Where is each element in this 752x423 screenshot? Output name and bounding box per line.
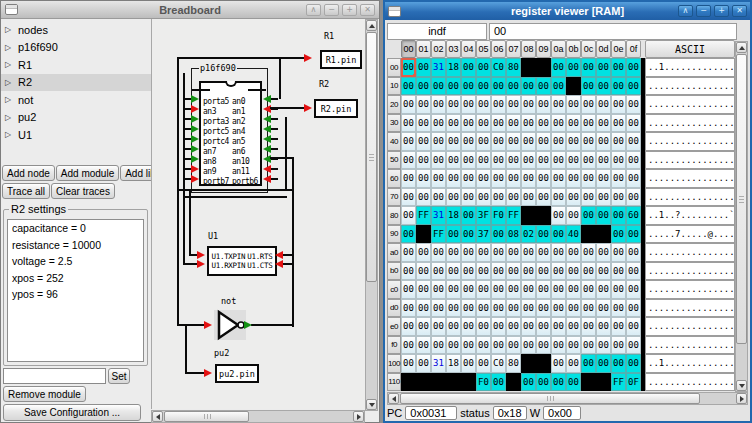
reg-cell-a0-08[interactable]: 00 — [521, 243, 536, 262]
reg-cell-30-0c[interactable]: 00 — [581, 114, 596, 133]
reg-cell-40-0e[interactable]: 00 — [611, 132, 626, 151]
reg-cell-f0-0c[interactable]: 00 — [581, 336, 596, 355]
reg-cell-c0-0e[interactable]: 00 — [611, 280, 626, 299]
chip-pin-label-an10[interactable]: an10 — [232, 157, 258, 166]
register-vscrollbar[interactable] — [735, 41, 748, 392]
add-module-button[interactable]: Add module — [56, 165, 119, 181]
reg-cell-e0-0f[interactable]: 00 — [626, 317, 641, 336]
reg-cell-80-04[interactable]: 00 — [461, 206, 476, 225]
reg-cell-50-0c[interactable]: 00 — [581, 151, 596, 170]
reg-cell-20-09[interactable]: 00 — [536, 95, 551, 114]
reg-cell-70-0a[interactable]: 00 — [551, 188, 566, 207]
reg-cell-30-02[interactable]: 00 — [431, 114, 446, 133]
pin-arrow-l[interactable] — [263, 115, 271, 123]
vscroll-thumb[interactable] — [736, 54, 747, 344]
reg-cell-80-05[interactable]: 3F — [476, 206, 491, 225]
pu2-pin-arrow[interactable] — [204, 369, 212, 377]
reg-cell-d0-0f[interactable]: 00 — [626, 299, 641, 318]
reg-cell-e0-01[interactable]: 00 — [416, 317, 431, 336]
trace-all-button[interactable]: Trace all — [2, 183, 50, 199]
reg-cell-e0-06[interactable]: 00 — [491, 317, 506, 336]
reg-cell-70-03[interactable]: 00 — [446, 188, 461, 207]
reg-cell-f0-05[interactable]: 00 — [476, 336, 491, 355]
reg-cell-40-06[interactable]: 00 — [491, 132, 506, 151]
scroll-down-button[interactable] — [366, 399, 377, 410]
reg-cell-10-07[interactable]: 00 — [506, 77, 521, 96]
reg-cell-100-01[interactable]: 00 — [416, 354, 431, 373]
reg-cell-70-0f[interactable]: 00 — [626, 188, 641, 207]
column-header-0b[interactable]: 0b — [566, 40, 581, 58]
reg-cell-110-08[interactable]: 00 — [521, 373, 536, 392]
reg-cell-80-0f[interactable]: 60 — [626, 206, 641, 225]
reg-cell-50-02[interactable]: 00 — [431, 151, 446, 170]
reg-cell-c0-0c[interactable]: 00 — [581, 280, 596, 299]
tree-item-not[interactable]: ▷not — [1, 91, 151, 109]
reg-cell-b0-0c[interactable]: 00 — [581, 262, 596, 281]
reg-cell-20-0c[interactable]: 00 — [581, 95, 596, 114]
pin-arrow-r[interactable] — [191, 175, 199, 183]
expander-icon[interactable]: ▷ — [5, 25, 12, 34]
hscroll-thumb[interactable] — [400, 393, 700, 404]
reg-cell-70-05[interactable]: 00 — [476, 188, 491, 207]
chip-pin-label-porta5[interactable]: porta5 — [203, 97, 229, 106]
reg-cell-60-04[interactable]: 00 — [461, 169, 476, 188]
reg-cell-e0-0d[interactable]: 00 — [596, 317, 611, 336]
r1-pin-arrow[interactable] — [304, 54, 312, 62]
reg-cell-10-05[interactable]: 00 — [476, 77, 491, 96]
reg-cell-70-0c[interactable]: 00 — [581, 188, 596, 207]
reg-cell-30-01[interactable]: 00 — [416, 114, 431, 133]
reg-cell-30-0d[interactable]: 00 — [596, 114, 611, 133]
status-value-field[interactable]: 0x18 — [493, 406, 527, 420]
expander-icon[interactable]: ▷ — [5, 113, 12, 122]
schematic-hscrollbar[interactable] — [151, 410, 365, 423]
reg-cell-50-04[interactable]: 00 — [461, 151, 476, 170]
w-value-field[interactable]: 0x00 — [543, 406, 581, 420]
column-header-0d[interactable]: 0d — [596, 40, 611, 58]
reg-cell-c0-07[interactable]: 00 — [506, 280, 521, 299]
chip-pin-label-an6[interactable]: an6 — [232, 147, 258, 156]
reg-cell-00-0c[interactable]: 00 — [581, 58, 596, 77]
reg-cell-70-0e[interactable]: 00 — [611, 188, 626, 207]
u1-usart-module[interactable]: U1.TXPIN U1.RTS U1.RXPIN U1.CTS — [207, 246, 277, 276]
reg-cell-30-0f[interactable]: 00 — [626, 114, 641, 133]
reg-cell-100-0d[interactable]: 00 — [596, 354, 611, 373]
reg-cell-00-0a[interactable]: 00 — [551, 58, 566, 77]
reg-cell-00-00[interactable]: 00 — [401, 58, 416, 77]
register-name-field[interactable]: indf — [387, 23, 487, 40]
reg-cell-a0-0c[interactable]: 00 — [581, 243, 596, 262]
reg-cell-c0-0a[interactable]: 00 — [551, 280, 566, 299]
reg-cell-c0-03[interactable]: 00 — [446, 280, 461, 299]
reg-cell-80-02[interactable]: 31 — [431, 206, 446, 225]
chip-pin-label-an11[interactable]: an11 — [232, 167, 258, 176]
reg-cell-a0-0e[interactable]: 00 — [611, 243, 626, 262]
tree-item-R1[interactable]: ▷R1 — [1, 56, 151, 74]
reg-cell-100-06[interactable]: C0 — [491, 354, 506, 373]
reg-cell-40-05[interactable]: 00 — [476, 132, 491, 151]
scroll-right-button[interactable] — [736, 393, 747, 404]
column-header-06[interactable]: 06 — [491, 40, 506, 58]
reg-cell-40-07[interactable]: 00 — [506, 132, 521, 151]
reg-cell-90-06[interactable]: 00 — [491, 225, 506, 244]
reg-cell-d0-03[interactable]: 00 — [446, 299, 461, 318]
tree-item-U1[interactable]: ▷U1 — [1, 126, 151, 144]
reg-cell-a0-0a[interactable]: 00 — [551, 243, 566, 262]
reg-cell-f0-01[interactable]: 00 — [416, 336, 431, 355]
reg-cell-110-0f[interactable]: 0F — [626, 373, 641, 392]
tree-item-p16f690[interactable]: ▷p16f690 — [1, 39, 151, 57]
reg-cell-60-00[interactable]: 00 — [401, 169, 416, 188]
reg-cell-00-0b[interactable]: 00 — [566, 58, 581, 77]
chip-pin-label-an4[interactable]: an4 — [232, 127, 258, 136]
reg-cell-10-01[interactable]: 00 — [416, 77, 431, 96]
reg-cell-00-0d[interactable]: 00 — [596, 58, 611, 77]
register-viewer-titlebar[interactable]: register viewer [RAM] ∧−+✕ — [385, 2, 750, 20]
reg-cell-80-0e[interactable]: 00 — [611, 206, 626, 225]
reg-cell-50-05[interactable]: 00 — [476, 151, 491, 170]
reg-cell-10-0e[interactable]: 00 — [611, 77, 626, 96]
scroll-up-button[interactable] — [736, 42, 747, 53]
reg-cell-40-04[interactable]: 00 — [461, 132, 476, 151]
column-header-05[interactable]: 05 — [476, 40, 491, 58]
breadboard-titlebar[interactable]: Breadboard ∧−+✕ — [1, 1, 379, 19]
reg-cell-c0-00[interactable]: 00 — [401, 280, 416, 299]
reg-cell-a0-0d[interactable]: 00 — [596, 243, 611, 262]
chip-pin-label-an1[interactable]: an1 — [232, 107, 258, 116]
